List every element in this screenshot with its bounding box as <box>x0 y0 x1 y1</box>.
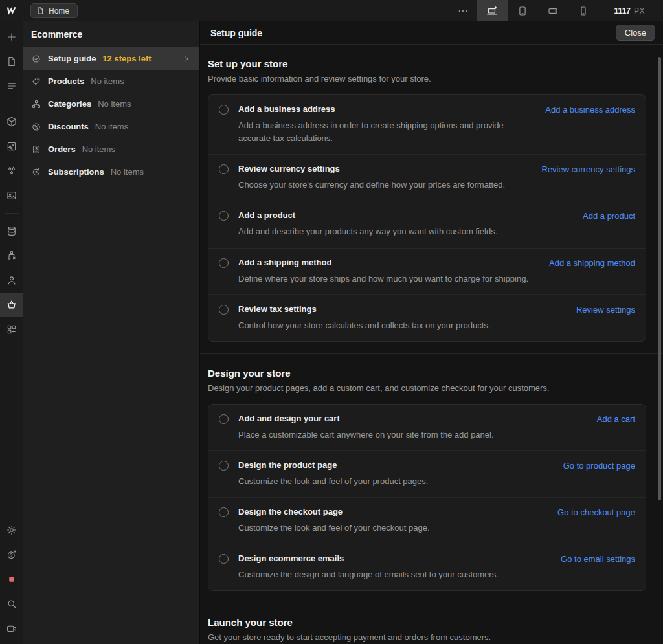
ellipsis-icon <box>457 5 469 17</box>
ecommerce-panel-header: Ecommerce <box>23 21 199 47</box>
logic-button[interactable] <box>0 243 23 268</box>
user-icon <box>6 274 17 286</box>
logic-icon <box>6 250 17 261</box>
task-title: Add a shipping method <box>238 258 539 267</box>
task-title: Design the checkout page <box>238 507 547 516</box>
task-row: Design the product page Customize the lo… <box>208 450 646 497</box>
basket-icon <box>6 299 17 311</box>
droplets-button[interactable] <box>0 159 23 183</box>
landscape-icon <box>547 5 559 17</box>
task-description: Add and describe your products any way y… <box>238 225 536 238</box>
tablet-icon <box>517 5 528 17</box>
mask-button[interactable] <box>0 134 23 159</box>
refresh-icon <box>31 167 41 177</box>
help-icon <box>6 549 17 561</box>
rail-top-group <box>0 25 23 342</box>
breakpoint-tablet-button[interactable] <box>508 0 538 21</box>
search-button[interactable] <box>0 592 23 616</box>
add-icon <box>6 31 17 43</box>
home-button-label: Home <box>49 6 69 16</box>
home-button[interactable]: Home <box>30 3 78 18</box>
receipt-icon <box>31 144 41 155</box>
page-title: Setup guide <box>210 28 262 38</box>
task-title: Add and design your cart <box>238 414 587 423</box>
panel-title: Ecommerce <box>31 29 82 39</box>
setup-section: Launch your store Get your store ready t… <box>200 603 663 644</box>
task-radio-button[interactable] <box>219 507 229 517</box>
task-action-link[interactable]: Add a business address <box>545 105 635 115</box>
rail-bottom-group <box>0 518 23 644</box>
chevron-right-icon <box>182 54 191 63</box>
task-title: Design ecommerce emails <box>238 553 550 563</box>
task-row: Review currency settings Choose your sto… <box>208 154 646 201</box>
sidebar-item-orders[interactable]: Orders No items <box>23 138 199 161</box>
sidebar-item-meta: No items <box>91 76 124 86</box>
sidebar-item-meta: 12 steps left <box>102 54 151 63</box>
settings-button[interactable] <box>0 518 23 542</box>
components-button[interactable] <box>0 109 23 134</box>
search-icon <box>6 598 17 610</box>
sidebar-item-label: Products <box>48 76 84 86</box>
sidebar-item-categories[interactable]: Categories No items <box>23 93 199 115</box>
setup-guide-content: Set up your store Provide basic informat… <box>200 45 663 644</box>
image-icon <box>6 190 17 201</box>
sidebar-item-meta: No items <box>98 99 131 109</box>
task-action-link[interactable]: Review currency settings <box>542 164 636 174</box>
user-button[interactable] <box>0 268 23 293</box>
task-action-link[interactable]: Add a cart <box>597 414 635 424</box>
image-button[interactable] <box>0 183 23 208</box>
task-action-link[interactable]: Add a shipping method <box>549 258 635 268</box>
database-button[interactable] <box>0 219 23 243</box>
task-action-link[interactable]: Go to email settings <box>561 554 635 564</box>
task-action-link[interactable]: Review settings <box>576 305 635 315</box>
setup-section: Design your store Design your product pa… <box>200 353 663 603</box>
sitemap-icon <box>31 99 41 109</box>
navigator-button[interactable] <box>0 74 23 98</box>
task-radio-button[interactable] <box>219 211 229 221</box>
task-title: Add a business address <box>238 104 535 114</box>
record-icon <box>6 573 17 585</box>
close-button[interactable]: Close <box>616 25 655 41</box>
task-row: Add a business address Add a business ad… <box>208 95 646 154</box>
help-button[interactable] <box>0 542 23 567</box>
task-radio-button[interactable] <box>219 105 229 115</box>
task-radio-button[interactable] <box>219 461 229 471</box>
record-button[interactable] <box>0 567 23 592</box>
vertical-scrollbar[interactable] <box>658 57 661 500</box>
task-radio-button[interactable] <box>219 305 229 315</box>
task-action-link[interactable]: Add a product <box>583 211 635 221</box>
more-options-button[interactable] <box>449 0 477 21</box>
task-description: Choose your store's currency and define … <box>238 179 532 192</box>
section-description: Get your store ready to start accepting … <box>208 632 646 642</box>
sidebar-item-meta: No items <box>82 144 115 154</box>
sidebar-item-setup-guide[interactable]: Setup guide 12 steps left <box>23 47 199 70</box>
pages-icon <box>6 56 17 67</box>
task-row: Add a shipping method Define where your … <box>208 248 646 294</box>
task-radio-button[interactable] <box>219 258 229 268</box>
rail-divider <box>5 213 19 214</box>
sidebar-item-products[interactable]: Products No items <box>23 70 199 93</box>
sidebar-item-subscriptions[interactable]: Subscriptions No items <box>23 161 199 183</box>
task-radio-button[interactable] <box>219 414 229 424</box>
components-icon <box>6 116 17 128</box>
pages-button[interactable] <box>0 49 23 74</box>
top-bar: Home 1117 PX <box>0 0 663 21</box>
sidebar-item-discounts[interactable]: Discounts No items <box>23 115 199 138</box>
video-button[interactable] <box>0 616 23 641</box>
apps-button[interactable] <box>0 317 23 342</box>
add-button[interactable] <box>0 25 23 49</box>
task-radio-button[interactable] <box>219 164 229 174</box>
task-row: Design the checkout page Customize the l… <box>208 497 646 544</box>
section-description: Provide basic information and review set… <box>208 74 646 83</box>
webflow-logo-icon[interactable] <box>0 0 23 21</box>
task-radio-button[interactable] <box>219 554 229 564</box>
breakpoint-landscape-button[interactable] <box>538 0 568 21</box>
task-action-link[interactable]: Go to checkout page <box>557 507 635 517</box>
sidebar-item-meta: No items <box>111 167 144 177</box>
breakpoint-desktop-button[interactable] <box>477 0 508 21</box>
task-description: Customize the look and feel of your chec… <box>238 522 536 535</box>
task-description: Place a customizable cart anywhere on yo… <box>238 428 536 441</box>
task-action-link[interactable]: Go to product page <box>563 461 635 471</box>
breakpoint-phone-button[interactable] <box>568 0 599 21</box>
basket-button[interactable] <box>0 293 23 317</box>
